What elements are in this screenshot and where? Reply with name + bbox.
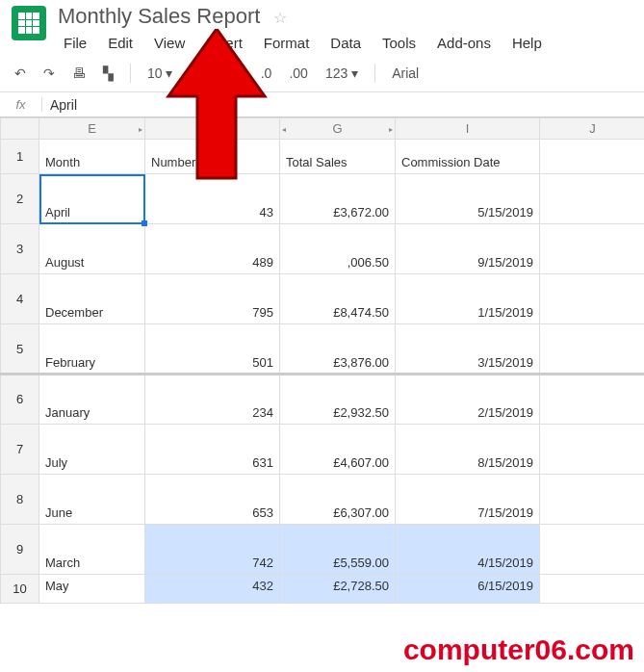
zoom-select[interactable]: 10 ▾: [142, 63, 177, 84]
star-icon[interactable]: ☆: [273, 10, 287, 26]
menu-insert[interactable]: Insert: [196, 31, 252, 55]
row-header[interactable]: 6: [1, 375, 39, 425]
currency-button[interactable]: $: [201, 63, 219, 84]
cell[interactable]: 7/15/2019: [396, 475, 540, 525]
cell[interactable]: [540, 525, 645, 575]
cell[interactable]: 489: [145, 224, 280, 274]
col-header-i[interactable]: I: [396, 118, 540, 140]
expand-right-icon[interactable]: ▸: [389, 124, 393, 133]
expand-left-icon[interactable]: ◂: [282, 124, 286, 133]
cell[interactable]: 9/15/2019: [396, 224, 540, 274]
menu-addons[interactable]: Add-ons: [427, 31, 501, 55]
cell[interactable]: 4/15/2019: [396, 525, 540, 575]
cell[interactable]: 795: [145, 274, 280, 324]
cell[interactable]: Total Sales: [280, 140, 396, 174]
more-formats-button[interactable]: 123 ▾: [321, 63, 363, 84]
cell[interactable]: [540, 575, 645, 604]
cell[interactable]: [540, 324, 645, 375]
cell[interactable]: February: [39, 324, 145, 375]
formula-input[interactable]: April: [42, 97, 644, 113]
cell[interactable]: £3,876.00: [280, 324, 396, 375]
cell[interactable]: [540, 375, 645, 425]
cell[interactable]: Month: [39, 140, 145, 174]
freeze-line[interactable]: [0, 373, 644, 375]
col-header-j[interactable]: J: [540, 118, 645, 140]
menu-file[interactable]: File: [54, 31, 96, 55]
cell[interactable]: 432: [145, 575, 280, 604]
row-header[interactable]: 1: [1, 140, 39, 174]
cell[interactable]: 2/15/2019: [396, 375, 540, 425]
menu-format[interactable]: Format: [254, 31, 320, 55]
row-header[interactable]: 9: [1, 525, 39, 575]
percent-button[interactable]: %: [226, 63, 247, 84]
cell[interactable]: March: [39, 525, 145, 575]
document-title[interactable]: Monthly Sales Report: [54, 2, 264, 30]
cell[interactable]: 5/15/2019: [396, 174, 540, 224]
cell[interactable]: £2,932.50: [280, 375, 396, 425]
row-header[interactable]: 8: [1, 475, 39, 525]
cell[interactable]: 43: [145, 174, 280, 224]
redo-icon[interactable]: ↷: [39, 63, 60, 84]
cell[interactable]: ,006.50: [280, 224, 396, 274]
toolbar: ↶ ↷ 🖶 ▚ 10 ▾ $ % .0 .00 123 ▾ Arial: [0, 55, 644, 92]
cell[interactable]: [540, 475, 645, 525]
row-header[interactable]: 5: [1, 324, 39, 375]
sheets-logo[interactable]: [12, 6, 46, 40]
cell[interactable]: Number of Sa: [145, 140, 280, 174]
cell[interactable]: December: [39, 274, 145, 324]
watermark: computer06.com: [403, 633, 634, 666]
menu-edit[interactable]: Edit: [98, 31, 142, 55]
fx-label: fx: [0, 97, 42, 112]
cell[interactable]: 742: [145, 525, 280, 575]
cell[interactable]: June: [39, 475, 145, 525]
menu-view[interactable]: View: [144, 31, 194, 55]
cell[interactable]: £2,728.50: [280, 575, 396, 604]
font-select[interactable]: Arial: [387, 63, 424, 84]
cell[interactable]: 653: [145, 475, 280, 525]
col-header-f[interactable]: F: [145, 118, 280, 140]
cell[interactable]: £6,307.00: [280, 475, 396, 525]
print-icon[interactable]: 🖶: [67, 63, 90, 84]
cell[interactable]: £5,559.00: [280, 525, 396, 575]
cell[interactable]: May: [39, 575, 145, 604]
cell[interactable]: £8,474.50: [280, 274, 396, 324]
cell-selected[interactable]: April: [39, 174, 145, 224]
row-header[interactable]: 2: [1, 174, 39, 224]
cell[interactable]: August: [39, 224, 145, 274]
select-all-corner[interactable]: [1, 118, 39, 140]
cell[interactable]: £3,672.00: [280, 174, 396, 224]
decrease-decimal-button[interactable]: .0: [256, 63, 277, 84]
cell[interactable]: January: [39, 375, 145, 425]
cell[interactable]: [540, 224, 645, 274]
undo-icon[interactable]: ↶: [10, 63, 31, 84]
expand-right-icon[interactable]: ▸: [139, 124, 142, 133]
cell[interactable]: [540, 140, 645, 174]
menu-help[interactable]: Help: [502, 31, 552, 55]
cell[interactable]: 234: [145, 375, 280, 425]
cell[interactable]: 8/15/2019: [396, 425, 540, 475]
cell[interactable]: 501: [145, 324, 280, 375]
row-header[interactable]: 3: [1, 224, 39, 274]
cell[interactable]: 631: [145, 425, 280, 475]
cell[interactable]: [540, 425, 645, 475]
cell[interactable]: July: [39, 425, 145, 475]
row-header[interactable]: 7: [1, 425, 39, 475]
spreadsheet-grid: ▸E F G◂▸ I J 1 Month Number of Sa Total …: [0, 117, 644, 604]
row-header[interactable]: 10: [1, 575, 39, 604]
menu-tools[interactable]: Tools: [373, 31, 425, 55]
col-header-e[interactable]: ▸E: [39, 118, 145, 140]
cell[interactable]: Commission Date: [396, 140, 540, 174]
menu-data[interactable]: Data: [321, 31, 371, 55]
menu-bar: File Edit View Insert Format Data Tools …: [54, 31, 636, 55]
paint-format-icon[interactable]: ▚: [98, 63, 118, 84]
cell[interactable]: 3/15/2019: [396, 324, 540, 375]
row-header[interactable]: 4: [1, 274, 39, 324]
cell[interactable]: [540, 274, 645, 324]
cell[interactable]: [540, 174, 645, 224]
cell[interactable]: 6/15/2019: [396, 575, 540, 604]
increase-decimal-button[interactable]: .00: [284, 63, 312, 84]
cell[interactable]: £4,607.00: [280, 425, 396, 475]
col-header-g[interactable]: G◂▸: [280, 118, 396, 140]
cell[interactable]: 1/15/2019: [396, 274, 540, 324]
